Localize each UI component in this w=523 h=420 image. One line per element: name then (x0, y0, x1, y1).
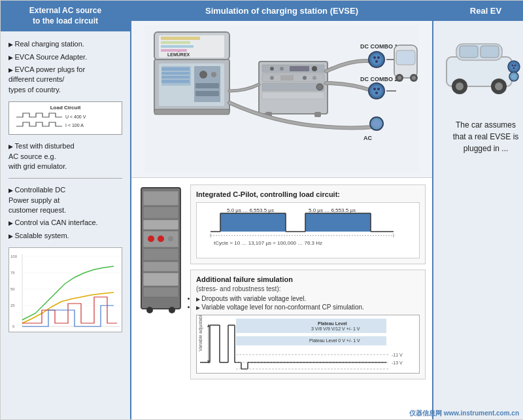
cpilot-title: Integrated C-Pilot, controlling load cir… (196, 190, 420, 198)
middle-bottom-right: Integrated C-Pilot, controlling load cir… (190, 184, 426, 379)
svg-rect-44 (280, 75, 294, 80)
main-container: External AC source to the load circuit R… (0, 0, 523, 420)
svg-point-140 (495, 82, 503, 90)
middle-bottom: Integrated C-Pilot, controlling load cir… (131, 178, 432, 419)
svg-point-40 (280, 67, 284, 71)
svg-rect-82 (143, 249, 178, 260)
svg-point-45 (303, 76, 307, 80)
left-bullet-list: Real charging station. EVCA Source Adapt… (8, 38, 122, 96)
svg-rect-20 (161, 76, 190, 79)
svg-rect-41 (290, 66, 309, 71)
svg-text:I < 100 A: I < 100 A (65, 123, 84, 128)
svg-text:3 V/6 V/9 V/12 V +/- 1 V: 3 V/6 V/9 V/12 V +/- 1 V (311, 326, 360, 331)
svg-rect-76 (143, 207, 178, 219)
svg-text:Plateau Level 0 V +/- 1 V: Plateau Level 0 V +/- 1 V (309, 338, 360, 343)
svg-rect-26 (195, 91, 219, 96)
svg-text:DC COMBO 2: DC COMBO 2 (360, 76, 398, 82)
divider (8, 178, 122, 179)
pulse-svg: 5.0 µs … 6,553.5 µs 5.0 µs … 6,553.5 µs … (201, 207, 410, 253)
svg-rect-32 (161, 45, 194, 48)
svg-point-24 (211, 72, 216, 77)
svg-point-23 (199, 71, 207, 79)
svg-rect-21 (161, 80, 190, 83)
svg-point-144 (515, 65, 516, 67)
svg-rect-135 (460, 46, 478, 58)
failure-item-1: Dropouts with variable voltage level. (196, 295, 420, 302)
load-circuit-label: Load Circuit (13, 105, 118, 111)
waveform-svg: U < 400 V I < 100 A (13, 112, 118, 130)
middle-top-equipment: LEMÜREX (131, 21, 432, 178)
left-content: Real charging station. EVCA Source Adapt… (1, 31, 130, 419)
svg-point-81 (168, 236, 173, 241)
svg-text:tCycle = 10 … 13,107 µs = 100,: tCycle = 10 … 13,107 µs = 100,000 … 76.3… (214, 240, 322, 246)
svg-text:50: 50 (10, 287, 15, 291)
svg-rect-30 (161, 37, 200, 40)
svg-text:AC: AC (363, 135, 372, 141)
car-svg (440, 34, 523, 99)
svg-rect-27 (154, 109, 229, 114)
svg-point-52 (371, 54, 382, 65)
failure-title: Additional failure simulation (196, 275, 420, 283)
svg-rect-75 (143, 191, 178, 205)
failure-box: Additional failure simulation (stress- a… (190, 270, 426, 379)
svg-point-145 (513, 67, 515, 69)
svg-point-58 (373, 88, 376, 90)
svg-point-73 (412, 76, 416, 80)
svg-rect-136 (481, 46, 499, 58)
left-chart-svg: 100 75 50 25 0 (9, 248, 122, 332)
cabinet-illustration (138, 184, 184, 379)
left-header: External AC source to the load circuit (1, 1, 130, 31)
svg-point-71 (397, 76, 401, 80)
svg-text:U < 400 V: U < 400 V (65, 114, 86, 119)
svg-point-143 (512, 65, 514, 67)
svg-rect-50 (314, 112, 321, 117)
middle-panel: Simulation of charging station (EVSE) (131, 1, 433, 419)
svg-point-59 (377, 88, 380, 90)
svg-rect-18 (161, 67, 190, 71)
svg-text:5.0 µs … 6,553.5 µs: 5.0 µs … 6,553.5 µs (227, 207, 274, 213)
left-bullet-list-2: Test with disturbed AC source e.g. with … (8, 140, 122, 173)
svg-rect-69 (396, 50, 415, 65)
pulse-diagram: 5.0 µs … 6,553.5 µs 5.0 µs … 6,553.5 µs … (196, 202, 420, 258)
svg-text:25: 25 (10, 304, 15, 307)
svg-rect-33 (161, 49, 187, 52)
svg-point-60 (375, 92, 378, 94)
svg-point-46 (312, 76, 316, 80)
left-chart: 100 75 50 25 0 (8, 247, 122, 332)
svg-text:5.0 µs … 6,553.5 µs: 5.0 µs … 6,553.5 µs (309, 207, 356, 213)
svg-point-57 (371, 86, 382, 96)
right-content: The car assumes that a real EVSE is plug… (433, 21, 523, 161)
middle-header: Simulation of charging station (EVSE) (131, 1, 432, 21)
svg-point-79 (148, 236, 154, 242)
left-bullet-6: Control via CAN interface. (8, 217, 122, 229)
svg-text:0: 0 (12, 324, 15, 328)
svg-point-55 (375, 60, 378, 63)
left-bullet-4: Test with disturbed AC source e.g. with … (8, 140, 122, 173)
svg-rect-77 (143, 220, 178, 230)
svg-point-138 (456, 82, 464, 90)
left-panel: External AC source to the load circuit R… (1, 1, 131, 419)
svg-text:100: 100 (10, 254, 18, 258)
failure-item-2: Variable voltage level for non-conforman… (196, 304, 420, 311)
right-header: Real EV (433, 1, 523, 21)
cabinet-svg (138, 184, 184, 315)
svg-text:DC COMBO 1: DC COMBO 1 (360, 43, 398, 50)
svg-text:LEMÜREX: LEMÜREX (167, 52, 190, 57)
svg-point-80 (158, 236, 164, 242)
svg-rect-84 (143, 273, 178, 286)
svg-rect-89 (305, 213, 371, 232)
svg-rect-19 (161, 72, 190, 75)
left-bullet-list-3: Controllable DC Power supply at customer… (8, 184, 122, 242)
svg-point-54 (377, 56, 380, 59)
failure-list: Dropouts with variable voltage level. Va… (196, 295, 420, 311)
svg-text:75: 75 (10, 271, 15, 275)
left-bullet-5: Controllable DC Power supply at customer… (8, 184, 122, 217)
svg-text:-13 V: -13 V (392, 360, 403, 365)
svg-rect-85 (143, 287, 178, 297)
left-header-line2: to the load circuit (33, 16, 98, 26)
svg-rect-31 (161, 41, 190, 44)
voltage-chart: Plateau Level 3 V/6 V/9 V/12 V +/- 1 V P… (196, 315, 420, 374)
svg-rect-88 (220, 213, 286, 232)
cpilot-box: Integrated C-Pilot, controlling load cir… (190, 184, 426, 264)
svg-rect-83 (143, 262, 178, 271)
